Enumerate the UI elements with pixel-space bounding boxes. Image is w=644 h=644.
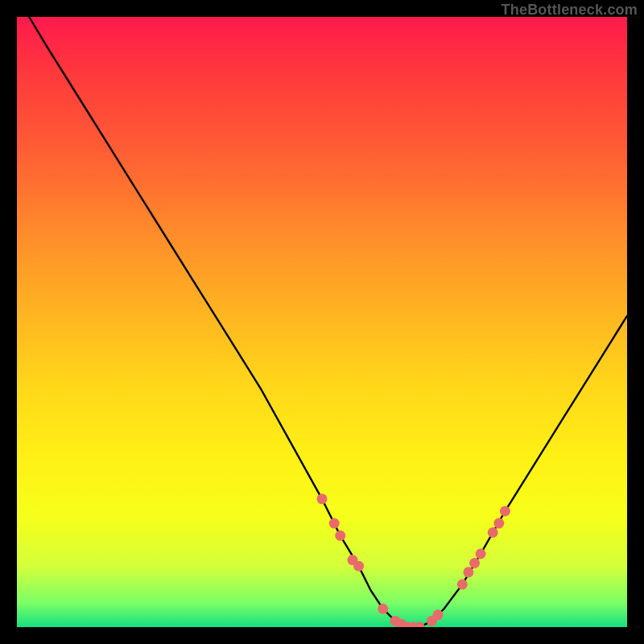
curve-marker [500, 506, 510, 517]
curve-marker [463, 567, 473, 577]
curve-marker [457, 579, 468, 589]
curve-marker [493, 518, 504, 529]
bottleneck-curve-line [29, 17, 627, 627]
curve-marker [347, 555, 357, 565]
curve-marker [476, 549, 486, 559]
curve-marker [335, 530, 345, 541]
curve-marker [427, 616, 437, 626]
curve-marker [378, 604, 388, 614]
curve-marker [433, 609, 444, 620]
curve-marker [488, 527, 498, 538]
curve-marker [396, 619, 407, 627]
curve-marker [390, 616, 401, 626]
bottleneck-curve-svg [17, 17, 627, 627]
curve-marker [329, 518, 340, 529]
curve-marker [353, 561, 364, 572]
curve-marker [469, 558, 480, 568]
axis-edge [17, 627, 627, 628]
curve-markers [317, 493, 510, 627]
chart-plot-area [17, 17, 627, 627]
curve-marker [317, 493, 328, 504]
watermark-text: TheBottleneck.com [502, 2, 638, 19]
